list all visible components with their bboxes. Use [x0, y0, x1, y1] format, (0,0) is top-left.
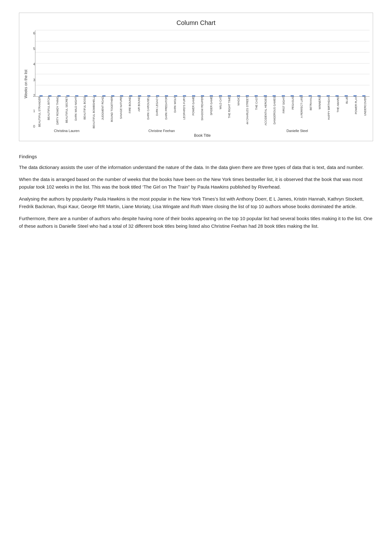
bar — [165, 95, 168, 96]
bar — [93, 95, 96, 96]
x-label-group: DANGEROUS GAMES — [270, 97, 279, 124]
x-label-group: ACCIDENTAL HEROES — [261, 97, 270, 125]
x-label-group: A PERFECT LIFE — [297, 97, 306, 118]
bar-group — [135, 95, 144, 96]
y-ticks: 0123456 — [29, 30, 35, 138]
findings-section: Findings The data dictionary assists the… — [19, 154, 373, 230]
x-label-group: BEAUTIFUL BOMBSHELL — [89, 97, 99, 128]
bar — [102, 95, 106, 96]
bar — [273, 95, 276, 96]
bar-group — [315, 95, 323, 96]
x-label-group: DARK WOLF — [171, 97, 180, 113]
chart-area: Weeks on the list 0123456 BEAUTIFUL STRA… — [22, 30, 370, 138]
x-label-text: THE CAST — [255, 97, 258, 110]
bar — [246, 95, 249, 96]
bar — [345, 95, 348, 96]
x-label-group: THE RIGHT TIME — [225, 97, 234, 118]
bar — [174, 95, 177, 96]
x-label-group: JUDGMENT ROAD — [98, 97, 107, 120]
bar-group — [100, 95, 108, 96]
bar-group — [234, 95, 243, 96]
bar — [327, 95, 330, 96]
x-label-text: LEOPARD'S FURY — [183, 97, 186, 120]
x-label-text: BEAUTIFUL BOMBSHELL — [93, 97, 95, 128]
bar-group — [171, 95, 180, 96]
bar-group — [81, 95, 90, 96]
findings-paragraph: When the data is arranged based on the n… — [19, 176, 373, 191]
x-label-group: DARK LEGACY — [153, 97, 162, 116]
x-label-text: PEGASUS — [292, 97, 294, 110]
x-label-text: DARK LEGACY — [156, 97, 159, 116]
bar-group — [279, 95, 287, 96]
bar-group — [243, 95, 251, 96]
author-label: Christine Feehan — [98, 128, 225, 133]
x-label-text: POWER PLAY — [355, 97, 358, 114]
x-label-text: SAVAGE NATURE — [120, 97, 123, 119]
bars-wrapper — [35, 30, 370, 96]
findings-heading: Findings — [19, 154, 373, 159]
bar — [210, 95, 213, 96]
x-label-text: BOUND TOGETHER — [111, 97, 113, 122]
x-label-text: FIRST SIGHT — [282, 97, 285, 113]
y-tick: 4 — [29, 63, 35, 66]
bar-group — [55, 95, 63, 96]
x-label-group: MAGIC — [234, 97, 243, 105]
bar-group — [73, 95, 81, 96]
chart-title: Column Chart — [22, 19, 370, 27]
x-label-group: DIRTY ROWDY THING — [53, 97, 62, 125]
x-label-group: 44 CHARLES STREET — [243, 97, 252, 124]
bar-group — [252, 95, 261, 96]
x-label-group: WILD CAT — [216, 97, 225, 109]
bar — [237, 95, 240, 96]
x-label-group: FIRST SIGHT — [279, 97, 288, 113]
bar-group — [324, 95, 332, 96]
bar-group — [189, 95, 198, 96]
x-label-group: AIR BOUND — [135, 97, 144, 111]
bar-group — [297, 95, 305, 96]
y-axis-label: Weeks on the list — [24, 69, 28, 98]
bar — [111, 95, 114, 96]
bar-group — [360, 95, 368, 96]
bar-group — [162, 95, 171, 96]
bar — [309, 95, 312, 96]
bar — [120, 95, 123, 96]
x-label-group: BEAUTIFUL SECRET — [62, 97, 71, 123]
bar — [264, 95, 267, 96]
x-label-group: HAPPY BIRTHDAY — [324, 97, 334, 120]
bar — [228, 95, 231, 96]
bar — [201, 95, 204, 96]
x-label-group: BLUE — [342, 97, 352, 104]
findings-paragraph: Analysing the authors by popularity Paul… — [19, 195, 373, 210]
bar — [299, 95, 303, 96]
x-label-text: WILD CAT — [219, 97, 222, 109]
x-label-text: BEAUTIFUL STRANGER — [38, 97, 41, 127]
x-label-group: BEAUTIFUL BITCH — [44, 97, 53, 120]
chart-plot: BEAUTIFUL STRANGERBEAUTIFUL BITCHDIRTY R… — [35, 30, 370, 138]
x-label-group: POWER PLAY — [352, 97, 361, 114]
bar-group — [126, 95, 135, 96]
x-label-text: JUDGMENT ROAD — [101, 97, 104, 120]
x-label-text: UNDERCOVER — [364, 97, 367, 116]
y-tick: 0 — [29, 125, 35, 128]
x-label-text: HAPPY BIRTHDAY — [328, 97, 330, 120]
y-tick: 5 — [29, 47, 35, 51]
x-label-text: DARK CAROUSEL — [147, 97, 150, 120]
bar — [84, 95, 87, 96]
bar — [192, 95, 195, 96]
x-label-group: BOUND TOGETHER — [107, 97, 117, 122]
bar-group — [225, 95, 234, 96]
bar — [66, 95, 69, 96]
x-label-text: THE AWARD — [337, 97, 340, 112]
bar — [317, 95, 321, 96]
x-label-text: A PERFECT LIFE — [300, 97, 303, 118]
grid-and-bars — [35, 30, 370, 97]
x-label-group: DARK CAROUSEL — [144, 97, 153, 120]
x-label-text: POWER GAME — [192, 97, 195, 116]
bar-group — [351, 95, 359, 96]
x-label-group: THE AWARD — [334, 97, 343, 112]
bar — [156, 95, 159, 96]
y-axis-label-container: Weeks on the list — [22, 30, 29, 138]
y-tick: 1 — [29, 109, 35, 113]
bar — [183, 95, 186, 96]
x-label-group: BEAUTIFUL BOSS — [80, 97, 89, 119]
